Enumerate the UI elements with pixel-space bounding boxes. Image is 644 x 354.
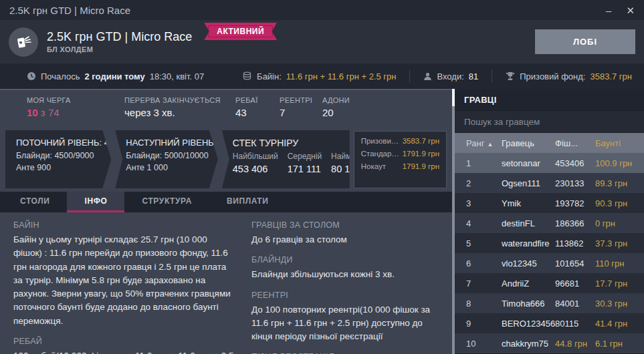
player-row[interactable]: 5 waterandfire 113862 37.3 грн bbox=[455, 233, 644, 253]
reentry-section: РЕЕНТРІ До 100 повторних реентрі(10 000 … bbox=[251, 291, 445, 344]
player-row[interactable]: 8 Timoha666 84001 30.3 грн bbox=[455, 293, 644, 313]
tournament-title: 2.5K грн GTD | Micro Race bbox=[47, 30, 192, 44]
tab-tables[interactable]: СТОЛИ bbox=[3, 192, 67, 212]
player-bounty: 37.3 грн bbox=[595, 238, 644, 248]
window-title: 2.5K грн GTD | Micro Race bbox=[9, 5, 130, 16]
buyin-group: Байін: 11.6 грн + 11.6 грн + 2.5 грн bbox=[242, 71, 396, 81]
player-search-input[interactable] bbox=[455, 111, 644, 132]
player-rank: 6 bbox=[455, 258, 502, 269]
break-stat: ПЕРЕРВА ЗАКІНЧУЄТЬСЯ через 3 хв. bbox=[124, 96, 235, 130]
tournament-stats: МОЯ ЧЕРГА 10 з 74 ПЕРЕРВА ЗАКІНЧУЄТЬСЯ ч… bbox=[0, 89, 452, 130]
tournament-infobar: Почалось 2 години тому 18:30, квіт. 07 Б… bbox=[0, 63, 644, 89]
scrollbar-thumb[interactable] bbox=[452, 89, 455, 106]
player-chips: 230133 bbox=[555, 178, 595, 188]
player-row[interactable]: 9 BERO123456... 80115 41.4 грн bbox=[455, 313, 644, 333]
column-chips[interactable]: Фіш... bbox=[555, 138, 595, 148]
reentry-stat: РЕЕНТРІ 7 bbox=[280, 96, 322, 130]
player-row[interactable]: 2 Ogsen111 230133 89.3 грн bbox=[455, 173, 644, 193]
player-chips: 96681 bbox=[555, 279, 595, 289]
player-rank: 3 bbox=[455, 198, 502, 208]
player-chips: 44.8 грн bbox=[555, 339, 595, 349]
minimize-icon[interactable]: – bbox=[606, 5, 611, 15]
tournament-stack-panel: СТЕК ТУРНІРУ Найбільший 453 406 Середній… bbox=[222, 130, 350, 188]
player-bounty: 89.3 грн bbox=[595, 178, 644, 188]
player-chips: 101654 bbox=[555, 258, 595, 269]
rebuy-section: РЕБАЙ 100 ребай(10 000 фішок для 11.6 гр… bbox=[13, 337, 234, 354]
player-bounty: 41.4 грн bbox=[595, 319, 644, 329]
player-rank: 1 bbox=[455, 158, 502, 168]
person-icon bbox=[423, 72, 432, 81]
buyin-value: 11.6 грн + 11.6 грн + 2.5 грн bbox=[286, 71, 397, 81]
tournament-lobby-window: 2.5K грн GTD | Micro Race – ✕ 2.5K грн G… bbox=[0, 0, 644, 354]
player-row[interactable]: 3 Ymik 193782 90.3 грн bbox=[455, 193, 644, 213]
players-panel-title: ГРАВЦІ bbox=[455, 89, 644, 111]
player-rank: 5 bbox=[455, 238, 502, 248]
smallest-stack: Найменший 80 115 bbox=[331, 152, 350, 174]
player-bounty: 90.3 грн bbox=[595, 198, 644, 208]
players-table-header: Ранг▲ Гравець Фіш... Баунті bbox=[455, 133, 644, 153]
prize-pool-value: 3583.7 грн bbox=[590, 71, 632, 81]
status-badge: АКТИВНИЙ bbox=[204, 23, 277, 40]
players-per-table-section: ГРАВЦІВ ЗА СТОЛОМ До 6 гравців за столом bbox=[251, 220, 445, 246]
player-chips: 186366 bbox=[555, 218, 595, 228]
player-name: vlo12345 bbox=[502, 258, 555, 269]
player-rank: 8 bbox=[455, 299, 502, 309]
sort-asc-icon: ▲ bbox=[487, 141, 493, 148]
player-rank: 7 bbox=[455, 279, 502, 289]
prize-pool-group: Призовий фонд: 3583.7 грн bbox=[506, 71, 632, 81]
prize-row: Нокаут 1791.9 грн bbox=[361, 162, 439, 170]
close-icon[interactable]: ✕ bbox=[626, 5, 635, 15]
player-bounty: 0 грн bbox=[595, 218, 644, 228]
player-bounty: 17.7 грн bbox=[595, 279, 644, 289]
player-bounty: 110 грн bbox=[595, 258, 644, 269]
player-name: Ymik bbox=[502, 198, 555, 208]
game-type-label: БЛ ХОЛДЕМ bbox=[47, 45, 192, 53]
prize-row: Стандартн... 1791.9 грн bbox=[361, 150, 439, 158]
players-panel: ГРАВЦІ Ранг▲ Гравець Фіш... Баунті 1 set… bbox=[452, 89, 644, 354]
player-name: chakkrym75 bbox=[502, 339, 555, 349]
start-time-group: Почалось 2 години тому 18:30, квіт. 07 bbox=[27, 71, 204, 81]
cards-icon bbox=[9, 27, 38, 57]
tab-payouts[interactable]: ВИПЛАТИ bbox=[209, 192, 286, 212]
column-player[interactable]: Гравець bbox=[502, 138, 555, 148]
chips-icon bbox=[242, 71, 252, 81]
player-bounty: 6.1 грн bbox=[595, 339, 644, 349]
player-chips: 80115 bbox=[555, 319, 595, 329]
player-rank: 10 bbox=[455, 339, 502, 349]
prize-row: Призовий ... 3583.7 грн bbox=[361, 137, 439, 145]
player-row[interactable]: 1 setonanar 453406 100.9 грн bbox=[455, 153, 644, 173]
player-chips: 113862 bbox=[555, 238, 595, 248]
player-name: Timoha666 bbox=[502, 299, 555, 309]
my-queue-stat: МОЯ ЧЕРГА 10 з 74 bbox=[27, 96, 124, 130]
column-rank[interactable]: Ранг▲ bbox=[455, 138, 502, 148]
levels-row: ПОТОЧНИЙ РІВЕНЬ: 43 Блайнди: 4500/9000 А… bbox=[0, 130, 452, 192]
player-chips: 453406 bbox=[555, 158, 595, 168]
player-bounty: 30.3 грн bbox=[595, 299, 644, 309]
player-row[interactable]: 4 destinFL 186366 0 грн bbox=[455, 213, 644, 233]
player-name: destinFL bbox=[502, 218, 555, 228]
player-name: waterandfire bbox=[502, 238, 555, 248]
next-level-panel: НАСТУПНИЙ РІВЕНЬ: через Блайнди: 5000/10… bbox=[115, 130, 218, 188]
tournament-header: 2.5K грн GTD | Micro Race БЛ ХОЛДЕМ АКТИ… bbox=[0, 20, 644, 63]
trophy-icon bbox=[506, 71, 515, 81]
player-name: setonanar bbox=[502, 158, 555, 168]
entries-group: Входи: 81 bbox=[423, 71, 478, 81]
window-titlebar: 2.5K грн GTD | Micro Race – ✕ bbox=[0, 0, 644, 20]
blinds-section: БЛАЙНДИ Блайнди збільшуються кожні 3 хв. bbox=[251, 255, 445, 281]
lobby-button[interactable]: ЛОБІ bbox=[535, 29, 635, 54]
player-row[interactable]: 7 AndriiZ 96681 17.7 грн bbox=[455, 273, 644, 293]
player-name: AndriiZ bbox=[502, 279, 555, 289]
buyin-section: БАЙІН Байін у цьому турнірі складає 25.7… bbox=[13, 220, 234, 328]
tab-structure[interactable]: СТРУКТУРА bbox=[124, 192, 209, 212]
clock-icon bbox=[27, 71, 36, 81]
addons-stat: АДОНИ 20 bbox=[322, 96, 350, 130]
player-chips: 193782 bbox=[555, 198, 595, 208]
player-row[interactable]: 6 vlo12345 101654 110 грн bbox=[455, 253, 644, 273]
column-bounty[interactable]: Баунті bbox=[595, 138, 644, 148]
player-row[interactable]: 10 chakkrym75 44.8 грн 6.1 грн bbox=[455, 333, 644, 353]
queue-current: 10 bbox=[27, 107, 38, 118]
prize-breakdown-panel: Призовий ... 3583.7 грн Стандартн... 179… bbox=[354, 131, 447, 188]
entries-value: 81 bbox=[469, 71, 478, 81]
average-stack: Середній 171 111 bbox=[288, 152, 322, 174]
tab-info[interactable]: ІНФО bbox=[67, 192, 124, 212]
